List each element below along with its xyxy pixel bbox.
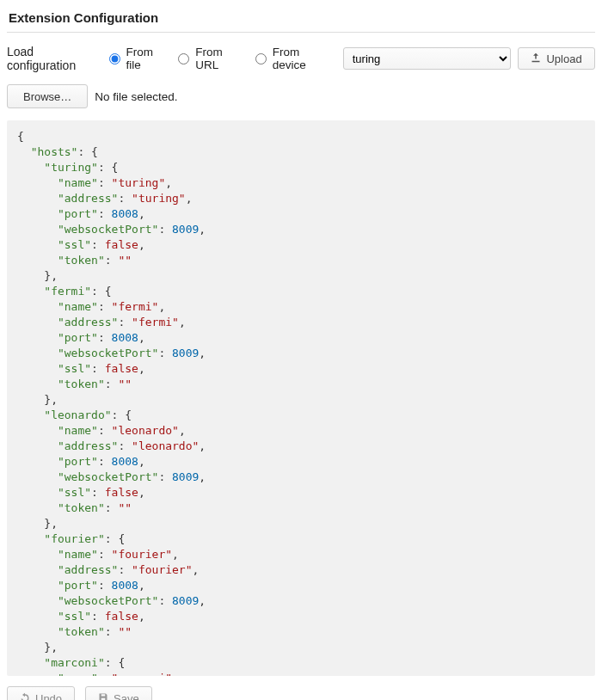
load-config-label: Load configuration xyxy=(7,45,99,72)
config-source-row: Load configuration From file From URL Fr… xyxy=(7,45,595,72)
radio-from-url-label: From URL xyxy=(195,46,243,71)
save-button-label: Save xyxy=(114,692,139,701)
file-picker-row: Browse… No file selected. xyxy=(7,84,595,108)
browse-button[interactable]: Browse… xyxy=(7,84,88,108)
radio-from-file-label: From file xyxy=(126,46,167,71)
undo-button-label: Undo xyxy=(35,692,62,701)
upload-icon xyxy=(531,52,541,65)
radio-from-url[interactable] xyxy=(178,53,189,64)
save-button[interactable]: Save xyxy=(85,686,152,700)
divider xyxy=(7,32,595,33)
radio-from-device-label: From device xyxy=(273,46,329,71)
save-icon xyxy=(98,692,108,701)
upload-button-label: Upload xyxy=(546,52,581,65)
json-editor[interactable]: { "hosts": { "turing": { "name": "turing… xyxy=(7,120,595,676)
undo-icon xyxy=(20,692,30,701)
radio-from-file[interactable] xyxy=(109,53,120,64)
radio-from-device[interactable] xyxy=(255,53,267,64)
host-select[interactable]: turingfermileonardofouriermarconi xyxy=(343,47,511,70)
file-status-label: No file selected. xyxy=(95,90,177,103)
upload-button[interactable]: Upload xyxy=(518,47,595,70)
json-content: { "hosts": { "turing": { "name": "turing… xyxy=(17,129,585,676)
undo-button[interactable]: Undo xyxy=(7,686,75,700)
page-title: Extension Configuration xyxy=(7,7,595,32)
source-radio-group: From file From URL From device xyxy=(106,46,329,71)
footer-buttons: Undo Save xyxy=(7,686,595,700)
